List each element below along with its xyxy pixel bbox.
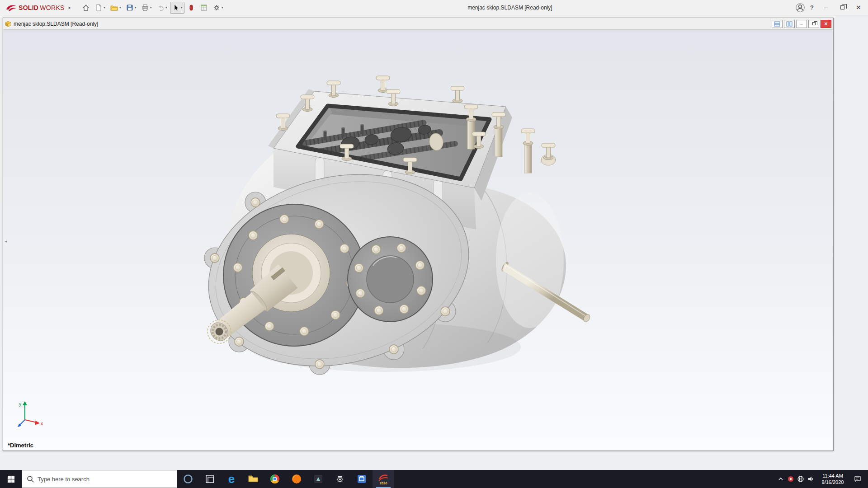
collapse-arrow-icon: ◂ bbox=[5, 239, 7, 244]
file-explorer-button[interactable] bbox=[242, 470, 264, 488]
windows-logo-icon bbox=[7, 475, 15, 483]
camera-app-button[interactable] bbox=[329, 470, 351, 488]
close-icon: ✕ bbox=[824, 21, 828, 26]
dropdown-arrow-icon[interactable]: ▾ bbox=[222, 5, 223, 9]
action-center-icon bbox=[854, 475, 862, 483]
y-axis-arrow bbox=[23, 401, 27, 405]
dark-app-button[interactable] bbox=[307, 470, 329, 488]
taskbar-search[interactable] bbox=[22, 470, 177, 488]
select-tool-button[interactable]: ▾ bbox=[170, 2, 184, 14]
chrome-icon bbox=[269, 474, 280, 484]
person-icon bbox=[796, 3, 805, 12]
open-button[interactable]: ▾ bbox=[108, 2, 123, 14]
cortana-button[interactable] bbox=[177, 470, 199, 488]
app-restore-button[interactable] bbox=[835, 1, 850, 14]
edge-taskbar-button[interactable]: e bbox=[221, 470, 242, 488]
macro-record-button[interactable] bbox=[185, 2, 197, 14]
start-button[interactable] bbox=[0, 470, 22, 488]
solidworks-app: SOLIDWORKS ▸ ▾ ▾ ▾ ▾ bbox=[0, 0, 868, 488]
blue-app-button[interactable] bbox=[351, 470, 373, 488]
doc-minimize-button[interactable]: – bbox=[796, 20, 807, 28]
restore-icon bbox=[812, 22, 816, 25]
volume-button[interactable] bbox=[806, 470, 816, 488]
windows-taskbar: e 2020 bbox=[0, 470, 868, 488]
solidworks-logo: SOLIDWORKS ▸ bbox=[0, 4, 74, 12]
cortana-icon bbox=[183, 474, 193, 484]
help-button[interactable]: ? bbox=[807, 2, 817, 13]
feature-tree-collapse-tab[interactable]: ◂ bbox=[3, 235, 9, 247]
search-icon bbox=[27, 475, 34, 483]
document-window-controls: – ✕ bbox=[772, 20, 831, 28]
task-view-button[interactable] bbox=[199, 470, 221, 488]
document-window: menjac sklop.SLDASM [Read-only] – ✕ bbox=[3, 18, 834, 451]
workspace: menjac sklop.SLDASM [Read-only] – ✕ bbox=[0, 15, 868, 470]
dropdown-arrow-icon[interactable]: ▾ bbox=[150, 5, 152, 9]
solidworks-taskbar-button[interactable]: 2020 bbox=[373, 470, 394, 488]
bearing-cover-small bbox=[348, 237, 433, 322]
help-icon: ? bbox=[810, 4, 814, 11]
dropdown-arrow-icon[interactable]: ▾ bbox=[104, 5, 105, 9]
chevron-up-icon bbox=[778, 476, 784, 482]
red-capsule-icon bbox=[187, 4, 195, 12]
tile-vertical-icon bbox=[786, 21, 793, 27]
print-button[interactable]: ▾ bbox=[139, 2, 154, 14]
tile-horizontal-icon bbox=[774, 21, 780, 27]
app-titlebar: SOLIDWORKS ▸ ▾ ▾ ▾ ▾ bbox=[0, 0, 868, 15]
edge-icon: e bbox=[228, 473, 235, 485]
dropdown-arrow-icon[interactable]: ▾ bbox=[135, 5, 137, 9]
save-button[interactable]: ▾ bbox=[124, 2, 138, 14]
action-center-button[interactable] bbox=[850, 470, 865, 488]
graphics-area[interactable]: y x *Dimetric ◂ bbox=[3, 30, 833, 450]
doc-close-button[interactable]: ✕ bbox=[821, 20, 831, 28]
firefox-button[interactable] bbox=[286, 470, 307, 488]
new-document-icon bbox=[94, 4, 103, 12]
minimize-icon: – bbox=[800, 21, 803, 26]
network-globe-icon bbox=[797, 475, 804, 483]
search-input[interactable] bbox=[38, 476, 155, 483]
z-axis bbox=[19, 420, 25, 425]
new-document-button[interactable]: ▾ bbox=[93, 2, 107, 14]
network-button[interactable] bbox=[796, 470, 806, 488]
orientation-triad: y x bbox=[13, 399, 45, 431]
dark-app-icon bbox=[313, 474, 324, 484]
options-button[interactable]: ▾ bbox=[211, 2, 225, 14]
close-icon: ✕ bbox=[856, 4, 861, 11]
file-properties-button[interactable] bbox=[198, 2, 210, 14]
app-minimize-button[interactable]: – bbox=[818, 1, 834, 14]
dropdown-arrow-icon[interactable]: ▾ bbox=[181, 5, 183, 9]
document-title: menjac sklop.SLDASM [Read-only] bbox=[14, 21, 772, 27]
camera-app-icon bbox=[335, 474, 345, 484]
undo-icon bbox=[156, 4, 165, 12]
account-button[interactable] bbox=[795, 2, 806, 13]
task-view-icon bbox=[204, 474, 215, 484]
dropdown-arrow-icon[interactable]: ▾ bbox=[165, 5, 167, 9]
y-axis-label: y bbox=[19, 402, 21, 407]
blue-app-icon bbox=[356, 474, 367, 484]
doc-tile-horizontal-button[interactable] bbox=[772, 20, 783, 28]
undo-button[interactable]: ▾ bbox=[155, 2, 169, 14]
speaker-icon bbox=[807, 475, 814, 483]
brand-solid: SOLID bbox=[19, 4, 38, 11]
select-cursor-icon bbox=[172, 4, 180, 12]
minimize-icon: – bbox=[824, 4, 827, 11]
doc-tile-vertical-button[interactable] bbox=[784, 20, 795, 28]
home-icon bbox=[82, 4, 90, 12]
chrome-button[interactable] bbox=[264, 470, 286, 488]
toolbar-flyout-arrow[interactable]: ▸ bbox=[69, 5, 71, 10]
save-icon bbox=[126, 4, 134, 12]
app-title: menjac sklop.SLDASM [Read-only] bbox=[225, 5, 795, 11]
tray-red-app-button[interactable] bbox=[786, 470, 796, 488]
clock-time: 11:44 AM bbox=[816, 473, 850, 479]
ds-logo-icon bbox=[5, 4, 17, 12]
x-axis-arrow bbox=[35, 421, 40, 425]
app-close-button[interactable]: ✕ bbox=[851, 1, 866, 14]
brand-works: WORKS bbox=[40, 4, 64, 11]
doc-restore-button[interactable] bbox=[808, 20, 819, 28]
clock-date: 9/16/2020 bbox=[816, 479, 850, 485]
options-gear-icon bbox=[212, 4, 221, 12]
solidworks-version-badge: 2020 bbox=[380, 481, 387, 485]
home-button[interactable] bbox=[80, 2, 92, 14]
dropdown-arrow-icon[interactable]: ▾ bbox=[119, 5, 121, 9]
tray-expand-button[interactable] bbox=[776, 470, 786, 488]
taskbar-clock[interactable]: 11:44 AM 9/16/2020 bbox=[816, 473, 850, 485]
